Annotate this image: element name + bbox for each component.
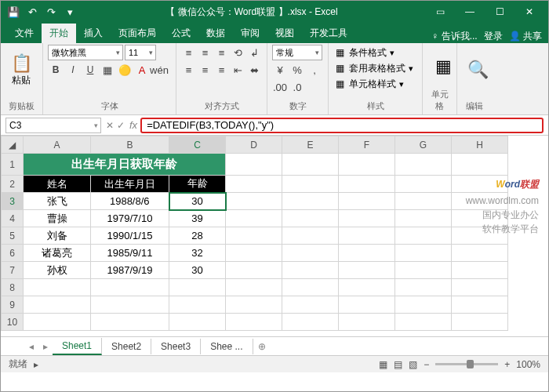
dec-decimal-icon[interactable]: .0 <box>289 79 305 95</box>
fill-color-icon[interactable]: 🟡 <box>117 62 133 78</box>
view-layout-icon[interactable]: ▤ <box>394 359 402 370</box>
cancel-formula-icon[interactable]: ✕ <box>106 120 114 131</box>
cell[interactable]: 1987/9/19 <box>91 262 169 279</box>
zoom-level[interactable]: 100% <box>516 359 540 370</box>
row-2[interactable]: 2 <box>2 176 24 193</box>
minimize-icon[interactable]: ― <box>456 2 484 22</box>
align-left-icon[interactable]: ≡ <box>181 62 196 78</box>
sheet-tab[interactable]: Sheet3 <box>151 339 201 354</box>
align-right-icon[interactable]: ≡ <box>214 62 229 78</box>
tab-review[interactable]: 审阅 <box>233 24 267 43</box>
col-B[interactable]: B <box>91 136 169 154</box>
editing-button[interactable]: 🔍 <box>462 45 493 95</box>
confirm-formula-icon[interactable]: ✓ <box>117 120 125 131</box>
sheet-tab[interactable]: Shee ... <box>201 339 253 354</box>
cell[interactable]: 30 <box>169 262 226 279</box>
italic-icon[interactable]: I <box>65 62 81 78</box>
share-button[interactable]: 👤 共享 <box>509 30 542 43</box>
tab-file[interactable]: 文件 <box>7 24 42 43</box>
selected-cell[interactable]: 30 <box>169 193 226 210</box>
align-center-icon[interactable]: ≡ <box>198 62 213 78</box>
view-break-icon[interactable]: ▧ <box>409 359 417 370</box>
save-icon[interactable]: 💾 <box>5 4 21 20</box>
sheet-tab[interactable]: Sheet1 <box>53 338 102 355</box>
col-C[interactable]: C <box>169 136 226 154</box>
tab-insert[interactable]: 插入 <box>76 24 111 43</box>
border-icon[interactable]: ▦ <box>100 62 115 78</box>
row-10[interactable]: 10 <box>2 314 24 331</box>
cell-styles-button[interactable]: ▦单元格样式 ▾ <box>333 76 417 92</box>
cell[interactable]: 诸葛亮 <box>24 245 91 262</box>
currency-icon[interactable]: ¥ <box>272 62 288 78</box>
header-age[interactable]: 年龄 <box>169 176 226 193</box>
align-top-icon[interactable]: ≡ <box>181 45 196 60</box>
row-3[interactable]: 3 <box>2 193 24 210</box>
cell[interactable]: 1979/7/10 <box>91 210 169 227</box>
bold-icon[interactable]: B <box>48 62 64 78</box>
col-A[interactable]: A <box>24 136 91 154</box>
login[interactable]: 登录 <box>484 30 503 43</box>
zoom-in-icon[interactable]: + <box>504 359 510 370</box>
row-4[interactable]: 4 <box>2 210 24 227</box>
worksheet[interactable]: ◢ A B C D E F G H 1出生年月日获取年龄 2姓名出生年月日年龄 … <box>1 136 548 336</box>
cells-button[interactable]: ▦ <box>427 45 459 88</box>
zoom-slider[interactable] <box>435 363 498 365</box>
header-name[interactable]: 姓名 <box>24 176 91 193</box>
tell-me[interactable]: ♀ 告诉我... <box>431 30 477 43</box>
orientation-icon[interactable]: ⟲ <box>231 45 245 60</box>
number-format-combo[interactable]: 常规 <box>272 45 322 60</box>
font-color-icon[interactable]: A <box>134 62 150 78</box>
close-icon[interactable]: ✕ <box>515 2 544 22</box>
new-sheet-icon[interactable]: ⊕ <box>253 341 271 352</box>
paste-button[interactable]: 📋粘贴 <box>5 45 37 95</box>
tab-view[interactable]: 视图 <box>267 24 302 43</box>
comma-icon[interactable]: , <box>307 62 322 78</box>
qat-more-icon[interactable]: ▾ <box>62 4 78 20</box>
row-5[interactable]: 5 <box>2 227 24 245</box>
col-E[interactable]: E <box>282 136 339 154</box>
cell[interactable]: 39 <box>169 210 226 227</box>
phonetic-icon[interactable]: wén <box>151 62 167 78</box>
cell[interactable]: 1988/8/6 <box>91 193 169 210</box>
font-name-combo[interactable]: 微软雅黑 <box>48 45 123 60</box>
undo-icon[interactable]: ↶ <box>24 4 40 20</box>
view-normal-icon[interactable]: ▦ <box>379 359 387 370</box>
underline-icon[interactable]: U <box>82 62 98 78</box>
row-1[interactable]: 1 <box>2 154 24 176</box>
name-box[interactable]: C3 <box>5 118 101 133</box>
ribbon-options-icon[interactable]: ▭ <box>426 2 454 22</box>
wrap-icon[interactable]: ↲ <box>247 45 262 60</box>
table-title[interactable]: 出生年月日获取年龄 <box>24 154 226 176</box>
select-all[interactable]: ◢ <box>2 136 24 154</box>
row-9[interactable]: 9 <box>2 296 24 314</box>
tab-home[interactable]: 开始 <box>42 24 76 43</box>
maximize-icon[interactable]: ☐ <box>485 2 514 22</box>
cell[interactable]: 刘备 <box>24 227 91 245</box>
font-size-combo[interactable]: 11 <box>125 45 156 60</box>
redo-icon[interactable]: ↷ <box>43 4 59 20</box>
tab-dev[interactable]: 开发工具 <box>302 24 355 43</box>
percent-icon[interactable]: % <box>289 62 305 78</box>
cell[interactable]: 1990/1/15 <box>91 227 169 245</box>
align-mid-icon[interactable]: ≡ <box>198 45 213 60</box>
format-as-table-button[interactable]: ▦套用表格格式 ▾ <box>333 60 417 76</box>
sheet-nav-next[interactable]: ▸ <box>38 341 53 352</box>
macro-record-icon[interactable]: ▸ <box>34 359 38 370</box>
tab-formulas[interactable]: 公式 <box>164 24 198 43</box>
header-date[interactable]: 出生年月日 <box>91 176 169 193</box>
conditional-format-button[interactable]: ▦条件格式 ▾ <box>333 45 417 60</box>
sheet-tab[interactable]: Sheet2 <box>102 339 151 354</box>
cell[interactable]: 32 <box>169 245 226 262</box>
align-bot-icon[interactable]: ≡ <box>214 45 229 60</box>
zoom-out-icon[interactable]: − <box>424 359 429 370</box>
indent-dec-icon[interactable]: ⇤ <box>231 62 245 78</box>
row-6[interactable]: 6 <box>2 245 24 262</box>
col-H[interactable]: H <box>452 136 508 154</box>
cell[interactable]: 曹操 <box>24 210 91 227</box>
sheet-nav-prev[interactable]: ◂ <box>24 341 38 352</box>
tab-layout[interactable]: 页面布局 <box>111 24 164 43</box>
cell[interactable]: 孙权 <box>24 262 91 279</box>
cell[interactable]: 1985/9/11 <box>91 245 169 262</box>
row-7[interactable]: 7 <box>2 262 24 279</box>
col-G[interactable]: G <box>395 136 452 154</box>
